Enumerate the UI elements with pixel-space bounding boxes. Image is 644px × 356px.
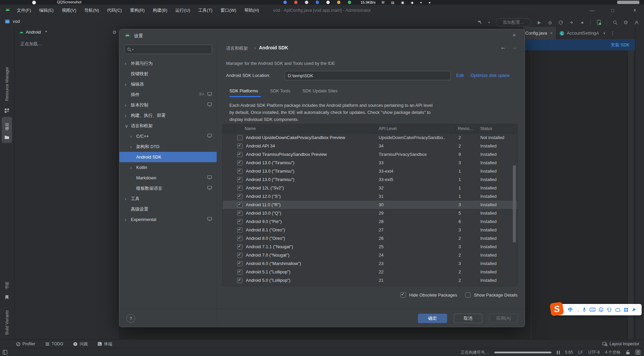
run-icon[interactable]: ▶ <box>536 19 542 26</box>
tray-icon[interactable] <box>294 1 298 4</box>
menu-item[interactable]: 编辑(E) <box>35 5 58 16</box>
settings-tree-item[interactable]: › Experimental 文A <box>119 214 217 225</box>
settings-tree-item[interactable]: 按键映射 文A <box>119 69 217 79</box>
build-dropdown-caret-icon[interactable]: ▾ <box>487 19 491 26</box>
settings-gear-icon[interactable]: ⚙ <box>623 19 629 26</box>
tray-icon[interactable] <box>326 1 330 4</box>
forward-arrow-icon[interactable]: → <box>512 44 517 50</box>
toolwindow-todo[interactable]: TODO <box>45 342 63 346</box>
install-sdk-link[interactable]: 安装 SDK <box>611 42 630 48</box>
row-checkbox[interactable] <box>237 169 243 174</box>
pause-build-icon[interactable] <box>557 351 560 354</box>
apply-button[interactable]: 应用(A) <box>489 314 518 323</box>
row-checkbox[interactable] <box>237 185 243 191</box>
row-checkbox[interactable] <box>237 261 243 266</box>
table-row[interactable]: Android 13.0 ("Tiramisu") 33-ext4 1 Inst… <box>223 167 517 175</box>
ime-keyboard-icon[interactable] <box>590 308 595 312</box>
stripe-project[interactable]: 项目 <box>4 123 10 131</box>
settings-tree-item[interactable]: Markdown 文A <box>119 173 217 183</box>
toolwindow-terminal[interactable]: 终端 <box>98 341 112 347</box>
stop-icon[interactable]: ■ <box>579 19 585 26</box>
table-row[interactable]: Android 13.0 ("Tiramisu") 33 3 Installed <box>223 159 517 167</box>
ime-skin-icon[interactable] <box>607 308 612 312</box>
settings-tree-item[interactable]: › C/C++ 文A <box>119 131 217 141</box>
tray-icon[interactable]: ▾ <box>420 1 422 4</box>
ime-emoji-icon[interactable] <box>599 307 603 312</box>
table-row[interactable]: Android 9.0 ("Pie") 28 6 Installed <box>223 217 517 226</box>
notifications-icon[interactable]: ! <box>635 350 641 355</box>
row-checkbox[interactable] <box>237 194 243 199</box>
row-checkbox[interactable] <box>237 227 243 233</box>
search-input[interactable] <box>135 47 203 52</box>
project-view-caret-icon[interactable]: ▾ <box>45 30 47 33</box>
attach-debugger-icon[interactable] <box>569 19 575 26</box>
row-checkbox[interactable] <box>237 143 243 149</box>
settings-search-box[interactable]: ▾ <box>124 45 212 54</box>
file-encoding[interactable]: UTF-8 <box>588 350 600 355</box>
panel-gear-icon[interactable]: ⚙ <box>112 30 117 35</box>
editor-tab-accountsetting[interactable]: C AccountSettingA <box>556 31 602 36</box>
menu-item[interactable]: 文件(F) <box>13 5 35 16</box>
ok-button[interactable]: 确定 <box>418 314 447 323</box>
tree-chevron-icon[interactable]: › <box>125 113 131 118</box>
search-caret-icon[interactable]: ▾ <box>132 48 133 51</box>
project-view-selector[interactable]: Android <box>26 30 41 35</box>
tree-chevron-icon[interactable]: › <box>130 134 136 139</box>
table-row[interactable]: Android 13.0 ("Tiramisu") 33-ext5 1 Inst… <box>223 175 517 184</box>
table-row[interactable]: Android 8.1 ("Oreo") 27 3 Installed <box>223 226 517 234</box>
tray-icon[interactable]: ◆ <box>411 1 414 4</box>
settings-tree-item[interactable]: › 架构和 DTD 文A <box>119 141 217 152</box>
sogou-logo[interactable]: S <box>550 302 564 316</box>
settings-tree-item[interactable]: 模板数据语言 文A <box>119 183 217 193</box>
close-window-button[interactable]: × <box>633 7 636 13</box>
table-row[interactable]: Android 7.0 ("Nougat") 24 2 Installed <box>223 251 517 259</box>
row-checkbox[interactable] <box>237 202 243 208</box>
table-row[interactable]: Android 5.1 ("Lollipop") 22 2 Installed <box>223 268 517 276</box>
sdk-tab[interactable]: SDK Platforms <box>229 88 258 93</box>
settings-tree-item[interactable]: › 编辑器 文A <box>119 79 217 89</box>
tab-list-caret-icon[interactable]: ∨ <box>603 31 606 35</box>
row-checkbox[interactable] <box>237 135 243 140</box>
bookmark-icon[interactable] <box>5 295 9 300</box>
settings-tree-item[interactable]: ∨ 语言和框架 文A <box>119 121 217 131</box>
readonly-lock-icon[interactable] <box>626 350 630 355</box>
row-checkbox[interactable] <box>237 253 243 258</box>
ime-language-mode[interactable]: 中 <box>568 307 573 313</box>
edit-link[interactable]: Edit <box>456 73 464 78</box>
tray-icon[interactable]: M <box>382 1 384 4</box>
help-button[interactable]: ? <box>126 314 135 323</box>
project-folder-icon[interactable] <box>4 135 9 139</box>
column-header-revision[interactable]: Revisi… <box>456 124 478 133</box>
device-manager-icon[interactable] <box>596 19 602 26</box>
run-config-selector[interactable]: 添加配置… <box>496 18 531 27</box>
build-hammer-icon[interactable] <box>477 19 483 26</box>
show-details-checkbox[interactable] <box>465 292 471 298</box>
row-checkbox[interactable] <box>237 236 243 241</box>
menu-item[interactable]: 窗口(W) <box>216 5 240 16</box>
sdk-tab[interactable]: SDK Update Sites <box>303 88 338 93</box>
settings-tree-item[interactable]: › 构建、执行、部署 文A <box>119 110 217 121</box>
tree-chevron-icon[interactable]: › <box>125 196 131 202</box>
tree-chevron-icon[interactable]: ∨ <box>125 123 131 129</box>
menu-item[interactable]: 重构(R) <box>126 5 149 16</box>
stripe-bookmarks[interactable]: 书签 <box>4 281 10 290</box>
line-separator[interactable]: LF <box>578 350 583 355</box>
table-row[interactable]: Android 8.0 ("Oreo") 26 2 Installed <box>223 234 517 242</box>
search-everywhere-icon[interactable] <box>612 19 618 26</box>
settings-tree-item[interactable]: › 版本控制 文A <box>119 100 217 110</box>
settings-tree-item[interactable]: 插件 文A <box>119 89 217 100</box>
stripe-build-variants[interactable]: Build Variants <box>5 310 9 335</box>
table-row[interactable]: Android TiramisuPrivacySandbox Preview T… <box>223 150 517 159</box>
table-row[interactable] <box>223 284 517 286</box>
ime-apps-grid-icon[interactable] <box>624 308 628 312</box>
table-row[interactable]: Android 12L ("Sv2") 32 1 Installed <box>223 184 517 192</box>
caret-position[interactable]: 5:65 <box>565 350 573 355</box>
row-checkbox[interactable] <box>237 160 243 166</box>
breadcrumb-parent[interactable]: 语言和框架 <box>226 45 248 51</box>
settings-tree-item[interactable]: Android SDK 文A <box>119 152 217 162</box>
table-row[interactable]: Android 12.0 ("S") 31 1 Installed <box>223 192 517 201</box>
ime-punctuation[interactable]: ·, <box>576 307 579 312</box>
menu-item[interactable]: 视图(V) <box>58 5 80 16</box>
indent-setting[interactable]: 4 个空格 <box>605 350 621 355</box>
tab-more-icon[interactable]: ⋮ <box>610 31 615 36</box>
